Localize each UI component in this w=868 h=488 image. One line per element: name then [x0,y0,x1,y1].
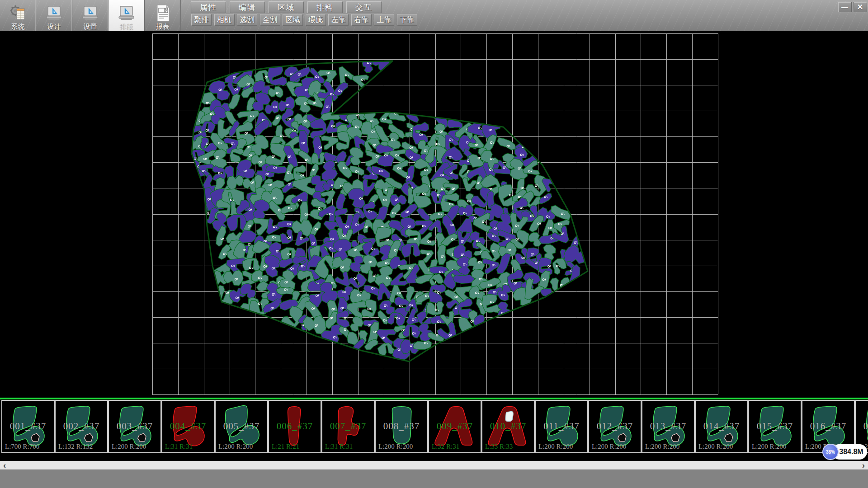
piece-shape-svg [273,402,316,451]
piece-hole [505,411,513,421]
tool-button-瑕疵[interactable]: 瑕疵 [306,14,326,26]
thumbnail-strip: 001_#37 L:700 R:700 002_#37 L:132 R:132 … [0,398,868,461]
menu-tab-交互[interactable]: 交互 [346,1,382,13]
menu-tab-编辑[interactable]: 编辑 [230,1,265,13]
tool-button-下靠[interactable]: 下靠 [397,14,417,26]
piece-shape-svg [860,402,868,451]
progress-badge: 38% [822,444,839,460]
main-button-系统[interactable]: 系统 [0,0,36,31]
thumbnail-cell-011_#37[interactable]: 011_#37 L:200 R:200 [535,400,588,453]
layout-ruler-icon [118,4,135,22]
tool-button-相机[interactable]: 相机 [214,14,235,26]
menu-tab-属性[interactable]: 属性 [191,1,226,13]
piece-shape-svg [60,402,103,451]
thumbnail-cell-015_#37[interactable]: 015_#37 L:200 R:200 [748,400,802,453]
close-icon: ✕ [857,3,863,11]
thumbnail-cell-001_#37[interactable]: 001_#37 L:700 R:700 [1,400,55,453]
piece-shape-svg [700,402,743,451]
tool-button-全割[interactable]: 全割 [260,14,280,26]
tool-button-区域[interactable]: 区域 [283,14,303,26]
thumbnail-cells: 001_#37 L:700 R:700 002_#37 L:132 R:132 … [1,400,868,453]
piece-shape-svg [540,402,583,451]
thumbnail-cell-008_#37[interactable]: 008_#37 L:200 R:200 [375,400,428,453]
thumbnail-cell-003_#37[interactable]: 003_#37 L:200 R:200 [108,400,161,453]
tool-button-上靠[interactable]: 上靠 [374,14,394,26]
piece-shape-svg [593,402,637,451]
minimize-button[interactable]: — [838,2,852,12]
toolbar: 系统 设计 设置 排版 报表 属性编辑区域排料交互聚排相机选割全割区域瑕疵左靠右… [0,0,868,31]
thumbnail-cell-013_#37[interactable]: 013_#37 L:200 R:200 [642,400,695,453]
menu-tab-排料[interactable]: 排料 [307,1,343,13]
system-gear-icon [9,4,27,22]
main-button-label: 设计 [47,23,61,30]
minimize-icon: — [841,3,848,11]
piece-shape-svg [166,402,210,451]
thumbnail-cell-010_#37[interactable]: 010_#37 L:33 R:33 [481,400,535,453]
horizontal-scrollbar[interactable]: ‹ › [0,461,868,469]
thumbnail-cell-005_#37[interactable]: 005_#37 L:200 R:200 [215,400,268,453]
piece-shape-svg [220,402,263,451]
close-button[interactable]: ✕ [853,2,867,12]
main-button-报表[interactable]: 报表 [145,0,181,31]
piece-shape-svg [646,402,690,451]
main-button-label: 系统 [11,23,25,30]
menu-tab-区域[interactable]: 区域 [269,1,304,13]
scroll-right-icon[interactable]: › [862,460,865,470]
main-button-设置[interactable]: 设置 [72,0,108,31]
thumbnail-cell-004_#37[interactable]: 004_#37 L:31 R:31 [161,400,215,453]
thumbnail-cell-012_#37[interactable]: 012_#37 L:200 R:200 [588,400,642,453]
tool-button-右靠[interactable]: 右靠 [351,14,372,26]
thumbnail-cell-007_#37[interactable]: 007_#37 L:31 R:31 [321,400,375,453]
piece-shape-svg [113,402,156,451]
thumbnail-cell-009_#37[interactable]: 009_#37 L:32 R:31 [428,400,481,453]
bottom-bar [0,469,868,488]
progress-value: 38% [826,450,835,455]
main-button-group: 系统 设计 设置 排版 报表 [0,0,181,31]
main-button-label: 报表 [156,23,170,30]
memory-value: 384.8M [839,448,863,456]
main-button-label: 排版 [120,23,133,30]
tool-button-左靠[interactable]: 左靠 [328,14,349,26]
main-button-设计[interactable]: 设计 [36,0,72,31]
thumbnail-cell-006_#37[interactable]: 006_#37 L:21 R:21 [268,400,321,453]
piece-shape-svg [753,402,797,451]
piece-shape-svg [433,402,476,451]
piece-shape-svg [380,402,423,451]
strip-accent-line [0,398,868,399]
tool-button-聚排[interactable]: 聚排 [191,14,212,26]
piece-shape-svg [326,402,370,451]
piece-shape-svg [6,402,50,451]
nesting-canvas[interactable] [0,31,868,398]
tool-button-选割[interactable]: 选割 [237,14,257,26]
report-document-icon [154,4,171,22]
settings-ruler-icon [82,4,99,22]
scroll-left-icon[interactable]: ‹ [3,460,6,470]
main-button-排版[interactable]: 排版 [108,0,145,31]
thumbnail-cell-014_#37[interactable]: 014_#37 L:200 R:200 [695,400,748,453]
thumbnail-cell-002_#37[interactable]: 002_#37 L:132 R:132 [55,400,108,453]
main-button-label: 设置 [84,23,97,30]
piece-shape-svg [486,402,530,451]
design-ruler-icon [46,4,63,22]
